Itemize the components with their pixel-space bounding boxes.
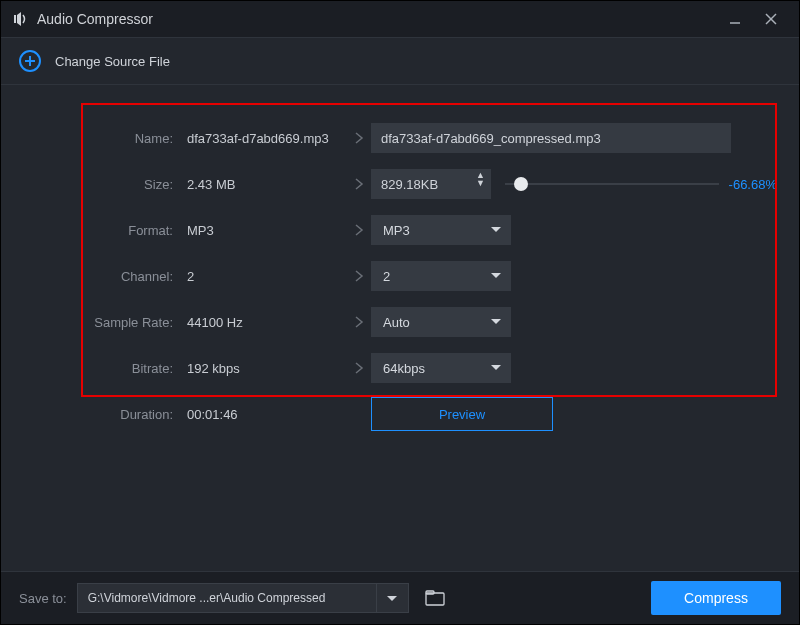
label-name: Name:: [23, 131, 179, 146]
value-size: 2.43 MB: [179, 177, 347, 192]
change-source-row: Change Source File: [1, 38, 799, 85]
label-channel: Channel:: [23, 269, 179, 284]
slider-thumb[interactable]: [514, 177, 528, 191]
chevron-down-icon: [491, 365, 501, 370]
minimize-button[interactable]: [717, 1, 753, 37]
format-dropdown[interactable]: MP3: [371, 215, 511, 245]
size-slider[interactable]: [505, 183, 719, 185]
label-bitrate: Bitrate:: [23, 361, 179, 376]
svg-rect-7: [426, 593, 444, 605]
app-icon: [11, 10, 29, 28]
compress-button[interactable]: Compress: [651, 581, 781, 615]
chevron-down-icon: [491, 227, 501, 232]
label-format: Format:: [23, 223, 179, 238]
chevron-down-icon: [387, 596, 397, 601]
row-format: Format: MP3 MP3: [23, 207, 777, 253]
chevron-right-icon: [347, 315, 371, 329]
channel-dropdown[interactable]: 2: [371, 261, 511, 291]
value-sample-rate: 44100 Hz: [179, 315, 347, 330]
save-path-dropdown[interactable]: [377, 583, 409, 613]
app-window: Audio Compressor Change Source File Name…: [0, 0, 800, 625]
chevron-right-icon: [347, 269, 371, 283]
row-sample-rate: Sample Rate: 44100 Hz Auto: [23, 299, 777, 345]
size-percent: -66.68%: [729, 177, 777, 192]
chevron-right-icon: [347, 223, 371, 237]
spinner-arrows-icon[interactable]: ▲▼: [476, 171, 485, 187]
value-name: dfa733af-d7abd669.mp3: [179, 131, 347, 146]
row-duration: Duration: 00:01:46 Preview: [23, 391, 777, 437]
footer: Save to: G:\Vidmore\Vidmore ...er\Audio …: [1, 571, 799, 624]
close-button[interactable]: [753, 1, 789, 37]
app-title: Audio Compressor: [37, 11, 153, 27]
chevron-right-icon: [347, 361, 371, 375]
open-folder-button[interactable]: [421, 584, 449, 612]
row-name: Name: dfa733af-d7abd669.mp3 dfa733af-d7a…: [23, 115, 777, 161]
svg-marker-1: [17, 12, 21, 26]
save-to-label: Save to:: [19, 591, 67, 606]
value-format: MP3: [179, 223, 347, 238]
chevron-right-icon: [347, 131, 371, 145]
value-channel: 2: [179, 269, 347, 284]
label-sample-rate: Sample Rate:: [23, 315, 179, 330]
preview-button[interactable]: Preview: [371, 397, 553, 431]
chevron-down-icon: [491, 273, 501, 278]
chevron-right-icon: [347, 177, 371, 191]
change-source-label[interactable]: Change Source File: [55, 54, 170, 69]
save-path-field[interactable]: G:\Vidmore\Vidmore ...er\Audio Compresse…: [77, 583, 377, 613]
output-size-spinner[interactable]: 829.18KB ▲▼: [371, 169, 491, 199]
bitrate-dropdown[interactable]: 64kbps: [371, 353, 511, 383]
output-name-field[interactable]: dfa733af-d7abd669_compressed.mp3: [371, 123, 731, 153]
main-content: Name: dfa733af-d7abd669.mp3 dfa733af-d7a…: [1, 85, 799, 571]
titlebar: Audio Compressor: [1, 1, 799, 38]
label-duration: Duration:: [23, 407, 179, 422]
sample-rate-dropdown[interactable]: Auto: [371, 307, 511, 337]
row-bitrate: Bitrate: 192 kbps 64kbps: [23, 345, 777, 391]
row-channel: Channel: 2 2: [23, 253, 777, 299]
label-size: Size:: [23, 177, 179, 192]
chevron-down-icon: [491, 319, 501, 324]
add-source-icon[interactable]: [19, 50, 41, 72]
value-bitrate: 192 kbps: [179, 361, 347, 376]
svg-rect-0: [14, 15, 16, 23]
row-size: Size: 2.43 MB 829.18KB ▲▼ -66.68%: [23, 161, 777, 207]
value-duration: 00:01:46: [179, 407, 347, 422]
